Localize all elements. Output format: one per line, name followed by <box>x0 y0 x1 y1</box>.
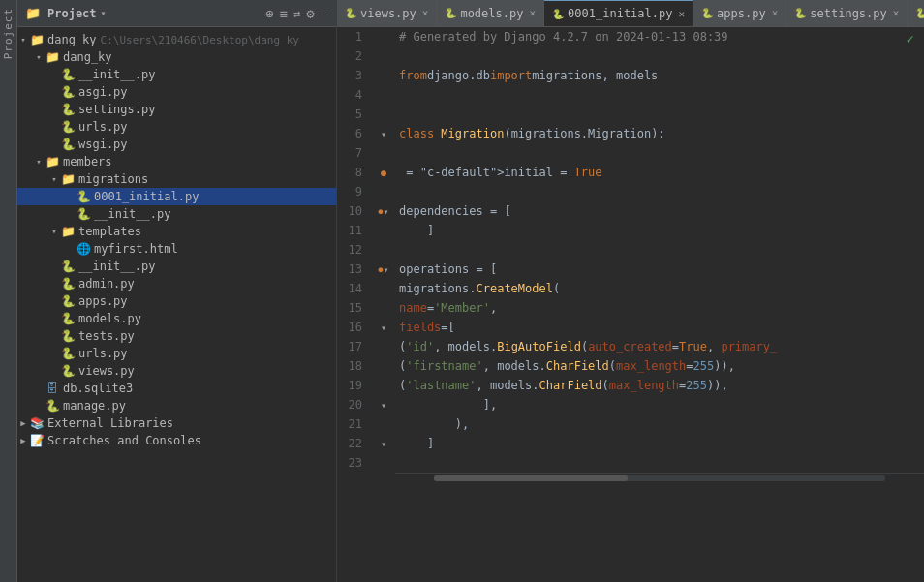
gutter-line-11 <box>376 221 391 240</box>
code-line-9 <box>395 182 924 201</box>
breakpoint-icon[interactable]: ● <box>381 168 386 178</box>
tree-item-tests[interactable]: 🐍 tests.py <box>17 327 336 345</box>
tab-py-icon-0: 🐍 <box>345 8 356 18</box>
tree-label-root: dang_ky <box>47 33 97 46</box>
check-icon: ✓ <box>907 31 914 46</box>
tree-label-manage: manage.py <box>63 399 126 413</box>
tab-0[interactable]: 🐍 views.py ✕ <box>337 0 437 27</box>
gutter-line-3 <box>376 66 391 85</box>
tree-item-admin[interactable]: 🐍 admin.py <box>17 275 336 292</box>
fold-icon[interactable]: ▾ <box>381 439 386 449</box>
tree-label-admin: admin.py <box>78 277 135 291</box>
gutter-line-10: ●▾ <box>376 201 391 221</box>
tree-item-members_views[interactable]: 🐍 views.py <box>17 362 336 380</box>
editor: 🐍 views.py ✕ 🐍 models.py ✕ 🐍 0001_initia… <box>337 0 924 582</box>
tree-icon-myfirst: 🌐 <box>76 242 91 256</box>
project-label-bar: Project <box>0 0 17 582</box>
tree-item-members[interactable]: ▾ 📁 members <box>17 153 336 170</box>
tree-item-myfirst[interactable]: 🌐 myfirst.html <box>17 240 336 258</box>
sidebar-tree: ▾ 📁 dang_ky C:\Users\210466\Desktop\dang… <box>17 27 336 582</box>
tab-5[interactable]: 🐍 ma ✕ <box>908 0 924 27</box>
tab-3[interactable]: 🐍 apps.py ✕ <box>693 0 786 27</box>
tree-item-models[interactable]: 🐍 models.py <box>17 310 336 327</box>
tree-item-db_sqlite3[interactable]: 🗄 db.sqlite3 <box>17 380 336 397</box>
code-line-13: operations = [ <box>395 260 924 279</box>
tab-close-0[interactable]: ✕ <box>422 7 429 19</box>
tree-arrow: ▾ <box>48 227 60 236</box>
tree-icon-asgi: 🐍 <box>60 85 76 99</box>
settings-icon[interactable]: ⚙ <box>306 6 314 21</box>
tree-item-settings[interactable]: 🐍 settings.py <box>17 101 336 118</box>
tree-icon-members_views: 🐍 <box>60 364 76 378</box>
tree-item-dang_ky_folder[interactable]: ▾ 📁 dang_ky <box>17 48 336 66</box>
tree-item-scratches[interactable]: ▶ 📝 Scratches and Consoles <box>17 432 336 449</box>
tree-icon-templates: 📁 <box>60 225 76 238</box>
tab-py-icon-1: 🐍 <box>445 8 456 18</box>
tree-icon-urls: 🐍 <box>60 120 76 134</box>
sort-icon[interactable]: ≡ <box>279 6 287 21</box>
check-status: ✓ <box>907 31 914 46</box>
tree-item-manage[interactable]: 🐍 manage.py <box>17 397 336 414</box>
tab-2[interactable]: 🐍 0001_initial.py ✕ <box>544 0 693 27</box>
tree-arrow: ▾ <box>17 35 29 45</box>
line-number-18: 18 <box>337 356 368 376</box>
line-number-22: 22 <box>337 434 368 453</box>
tree-item-members_urls[interactable]: 🐍 urls.py <box>17 345 336 362</box>
tree-label-scratches: Scratches and Consoles <box>47 434 201 447</box>
code-line-5 <box>395 105 924 124</box>
new-folder-icon[interactable]: ⊕ <box>265 6 273 21</box>
tab-close-1[interactable]: ✕ <box>529 7 536 19</box>
tab-py-icon-4: 🐍 <box>794 8 806 18</box>
line-number-3: 3 <box>337 66 368 85</box>
line-number-13: 13 <box>337 260 368 279</box>
tree-item-ext_lib[interactable]: ▶ 📚 External Libraries <box>17 414 336 432</box>
line-number-8: 8 <box>337 163 368 182</box>
tab-close-2[interactable]: ✕ <box>678 8 685 20</box>
line-number-19: 19 <box>337 376 368 395</box>
code-line-19: ('lastname', models.CharField(max_length… <box>395 376 924 395</box>
tab-4[interactable]: 🐍 settings.py ✕ <box>786 0 908 27</box>
tree-item-root[interactable]: ▾ 📁 dang_ky C:\Users\210466\Desktop\dang… <box>17 31 336 48</box>
tree-item-migrations__init__[interactable]: 🐍 __init__.py <box>17 205 336 223</box>
fold-icon[interactable]: ▾ <box>381 322 386 333</box>
code-line-21: ), <box>395 414 924 434</box>
tree-arrow: ▾ <box>33 52 45 62</box>
fold-icon[interactable]: ▾ <box>381 400 386 411</box>
tab-close-3[interactable]: ✕ <box>772 7 779 19</box>
tree-item-migrations[interactable]: ▾ 📁 migrations <box>17 170 336 188</box>
line-number-5: 5 <box>337 105 368 124</box>
tab-close-4[interactable]: ✕ <box>893 7 900 19</box>
gutter-line-9 <box>376 182 391 201</box>
tree-item-members__init__[interactable]: 🐍 __init__.py <box>17 258 336 275</box>
tree-item-templates[interactable]: ▾ 📁 templates <box>17 223 336 240</box>
tab-name-4: settings.py <box>810 7 886 20</box>
tree-icon-__init__: 🐍 <box>60 68 76 81</box>
tree-item-asgi[interactable]: 🐍 asgi.py <box>17 83 336 101</box>
tree-item-wsgi[interactable]: 🐍 wsgi.py <box>17 136 336 153</box>
fold-icon[interactable]: ▾ <box>383 264 388 275</box>
tree-label-myfirst: myfirst.html <box>94 242 178 256</box>
code-line-20: ], <box>395 395 924 414</box>
code-line-2 <box>395 46 924 66</box>
tree-icon-settings: 🐍 <box>60 103 76 116</box>
code-line-3: from django.db import migrations, models <box>395 66 924 85</box>
line-number-17: 17 <box>337 337 368 356</box>
tab-1[interactable]: 🐍 models.py ✕ <box>437 0 544 27</box>
line-number-23: 23 <box>337 453 368 473</box>
tree-label-asgi: asgi.py <box>78 85 128 99</box>
tree-icon-migrations__init__: 🐍 <box>76 207 91 221</box>
fold-icon[interactable]: ▾ <box>383 206 388 217</box>
tree-item-__init__[interactable]: 🐍 __init__.py <box>17 66 336 83</box>
expand-icon[interactable]: ⇄ <box>293 7 300 20</box>
tree-item-0001_initial[interactable]: 🐍 0001_initial.py <box>17 188 336 205</box>
tree-label-migrations: migrations <box>78 172 148 186</box>
tree-item-apps[interactable]: 🐍 apps.py <box>17 292 336 310</box>
tree-icon-0001_initial: 🐍 <box>76 190 91 203</box>
fold-icon[interactable]: ▾ <box>381 129 386 139</box>
dropdown-arrow-icon[interactable]: ▾ <box>101 8 107 18</box>
tree-item-urls[interactable]: 🐍 urls.py <box>17 118 336 136</box>
tree-arrow: ▾ <box>48 174 60 184</box>
close-icon[interactable]: — <box>321 6 328 21</box>
tree-label-ext_lib: External Libraries <box>47 416 173 430</box>
code-scroll[interactable]: # Generated by Django 4.2.7 on 2024-01-1… <box>395 27 924 582</box>
